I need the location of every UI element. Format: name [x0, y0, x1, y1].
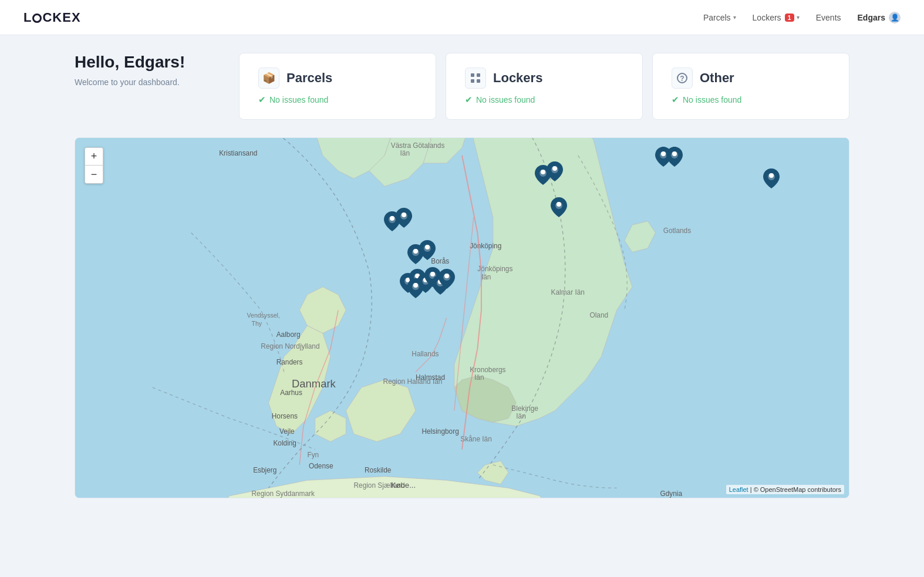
- header: LCKEX Parcels ▾ Lockers 1 ▾ Events Edgar…: [0, 0, 924, 35]
- svg-text:Skåne Iän: Skåne Iän: [460, 435, 491, 443]
- svg-text:?: ?: [680, 75, 684, 83]
- map-marker[interactable]: [551, 197, 567, 217]
- card-header-lockers: Lockers: [465, 68, 542, 89]
- svg-rect-1: [477, 73, 480, 77]
- lockers-card-title: Lockers: [493, 70, 542, 86]
- main-content: Hello, Edgars! Welcome to your dashboard…: [51, 35, 873, 498]
- lockers-check-icon: ✔: [465, 95, 473, 105]
- svg-text:Jönköpings: Jönköpings: [477, 265, 512, 273]
- nav-events[interactable]: Events: [816, 13, 841, 22]
- lockers-chevron-icon: ▾: [797, 14, 800, 21]
- zoom-in-button[interactable]: +: [85, 148, 103, 166]
- welcome-heading: Hello, Edgars!: [75, 53, 215, 72]
- lockers-card-icon: [465, 68, 486, 89]
- svg-text:Iän: Iän: [516, 412, 526, 420]
- svg-point-73: [557, 202, 561, 207]
- map-marker[interactable]: [396, 208, 412, 228]
- svg-point-67: [769, 173, 774, 178]
- svg-text:Helsingborg: Helsingborg: [421, 427, 458, 436]
- svg-point-61: [552, 166, 557, 171]
- svg-text:Odense: Odense: [309, 463, 333, 471]
- svg-text:Thy: Thy: [252, 320, 262, 327]
- nav-parcels[interactable]: Parcels ▾: [703, 13, 736, 22]
- svg-point-65: [672, 151, 677, 156]
- svg-text:Vendsyssel,: Vendsyssel,: [247, 312, 280, 319]
- dashboard-top: Hello, Edgars! Welcome to your dashboard…: [75, 35, 849, 137]
- svg-text:Halmstad: Halmstad: [416, 373, 445, 382]
- status-cards: 📦 Parcels ✔ No issues found: [239, 53, 849, 120]
- svg-text:Esbjerg: Esbjerg: [253, 466, 276, 474]
- nav: Parcels ▾ Lockers 1 ▾ Events Edgars 👤: [703, 12, 901, 23]
- svg-text:Region Nordjylland: Region Nordjylland: [261, 342, 319, 350]
- map-marker[interactable]: [419, 240, 436, 260]
- svg-text:Iän: Iän: [400, 149, 410, 157]
- svg-text:Roskilde: Roskilde: [365, 466, 392, 474]
- svg-text:Aarhus: Aarhus: [280, 389, 302, 397]
- map-marker[interactable]: [763, 168, 780, 188]
- lockers-alert-badge: 1: [785, 14, 794, 22]
- map-marker[interactable]: [407, 278, 424, 298]
- svg-point-57: [402, 212, 406, 217]
- svg-text:Gdynia: Gdynia: [660, 490, 682, 498]
- map-marker[interactable]: [439, 269, 455, 289]
- svg-text:Jönköping: Jönköping: [470, 242, 501, 250]
- svg-point-59: [541, 170, 545, 174]
- zoom-out-button[interactable]: −: [85, 166, 103, 183]
- svg-text:Iän: Iän: [474, 373, 484, 382]
- svg-rect-2: [471, 79, 474, 83]
- card-header-parcels: 📦 Parcels: [258, 68, 332, 89]
- svg-rect-0: [471, 73, 474, 77]
- parcels-card-title: Parcels: [286, 70, 332, 86]
- map-attribution: Leaflet | © OpenStreetMap contributors: [726, 485, 844, 494]
- parcels-check-icon: ✔: [258, 95, 266, 105]
- svg-text:Købe...: Købe...: [391, 481, 416, 490]
- logo-o-glyph: [32, 14, 42, 23]
- welcome-section: Hello, Edgars! Welcome to your dashboard…: [75, 53, 239, 120]
- svg-text:Aalborg: Aalborg: [276, 330, 301, 339]
- svg-point-71: [425, 245, 430, 249]
- svg-point-87: [413, 283, 418, 288]
- lockers-card-status: ✔ No issues found: [465, 95, 535, 105]
- other-card-title: Other: [700, 70, 734, 86]
- parcels-card-icon: 📦: [258, 68, 279, 89]
- svg-rect-3: [477, 79, 480, 83]
- svg-point-85: [444, 274, 449, 278]
- user-avatar-icon: 👤: [889, 12, 901, 23]
- other-card-status: ✔ No issues found: [672, 95, 741, 105]
- map-marker[interactable]: [547, 161, 563, 181]
- parcels-card-status: ✔ No issues found: [258, 95, 328, 105]
- svg-point-63: [661, 151, 666, 156]
- svg-text:Oland: Oland: [589, 312, 608, 320]
- map-container[interactable]: Danmark Region Nordjylland Vendsyssel, T…: [75, 138, 849, 498]
- svg-text:Fyn: Fyn: [307, 451, 319, 459]
- card-header-other: ? Other: [672, 68, 734, 89]
- status-card-lockers[interactable]: Lockers ✔ No issues found: [446, 53, 643, 120]
- svg-text:Västra Götalands: Västra Götalands: [391, 141, 445, 150]
- svg-text:Danmark: Danmark: [292, 377, 336, 390]
- svg-text:Blekinge: Blekinge: [511, 404, 538, 413]
- map-background: Danmark Region Nordjylland Vendsyssel, T…: [75, 138, 849, 498]
- welcome-subtitle: Welcome to your dashboard.: [75, 77, 215, 87]
- svg-text:Region Syddanmark: Region Syddanmark: [252, 490, 315, 498]
- status-card-other[interactable]: ? Other ✔ No issues found: [652, 53, 849, 120]
- svg-point-69: [413, 249, 418, 254]
- svg-text:Horsens: Horsens: [272, 412, 298, 420]
- other-check-icon: ✔: [672, 95, 679, 105]
- leaflet-link[interactable]: Leaflet: [729, 486, 748, 493]
- svg-text:Kalmar Iän: Kalmar Iän: [551, 288, 585, 296]
- svg-rect-6: [75, 138, 849, 498]
- svg-point-55: [390, 216, 394, 221]
- svg-text:Iän: Iän: [481, 273, 491, 281]
- svg-text:Kronobergs: Kronobergs: [470, 366, 505, 374]
- svg-text:Vejle: Vejle: [279, 427, 295, 436]
- nav-lockers[interactable]: Lockers 1 ▾: [753, 13, 800, 22]
- map-marker[interactable]: [666, 147, 683, 167]
- svg-text:Kristiansand: Kristiansand: [219, 149, 257, 157]
- svg-text:Gotlands: Gotlands: [663, 227, 692, 235]
- nav-user[interactable]: Edgars 👤: [858, 12, 901, 23]
- parcels-chevron-icon: ▾: [733, 14, 736, 21]
- map-section: Danmark Region Nordjylland Vendsyssel, T…: [75, 137, 849, 498]
- zoom-controls: + −: [85, 147, 103, 184]
- other-card-icon: ?: [672, 68, 693, 89]
- status-card-parcels[interactable]: 📦 Parcels ✔ No issues found: [239, 53, 436, 120]
